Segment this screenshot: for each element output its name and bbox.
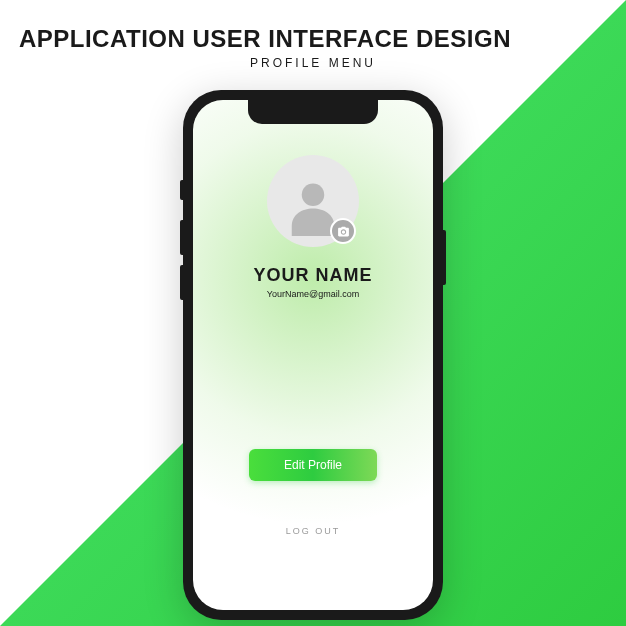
page-title: APPLICATION USER INTERFACE DESIGN xyxy=(0,25,511,53)
svg-point-0 xyxy=(302,184,325,207)
phone-frame: YOUR NAME YourName@gmail.com Edit Profil… xyxy=(183,90,443,620)
phone-volume-down xyxy=(180,265,183,300)
user-email: YourName@gmail.com xyxy=(267,289,359,299)
phone-notch xyxy=(248,100,378,124)
change-photo-button[interactable] xyxy=(330,218,356,244)
page-header: APPLICATION USER INTERFACE DESIGN PROFIL… xyxy=(0,0,626,70)
edit-profile-button[interactable]: Edit Profile xyxy=(249,449,377,481)
phone-volume-up xyxy=(180,220,183,255)
profile-screen-content: YOUR NAME YourName@gmail.com Edit Profil… xyxy=(193,100,433,610)
phone-power-button xyxy=(443,230,446,285)
phone-mockup: YOUR NAME YourName@gmail.com Edit Profil… xyxy=(183,90,443,620)
logout-link[interactable]: LOG OUT xyxy=(286,526,341,536)
phone-silence-switch xyxy=(180,180,183,200)
camera-icon xyxy=(337,225,350,238)
user-name: YOUR NAME xyxy=(253,265,372,286)
phone-screen: YOUR NAME YourName@gmail.com Edit Profil… xyxy=(193,100,433,610)
avatar-container[interactable] xyxy=(267,155,359,247)
page-subtitle: PROFILE MENU xyxy=(0,56,511,70)
